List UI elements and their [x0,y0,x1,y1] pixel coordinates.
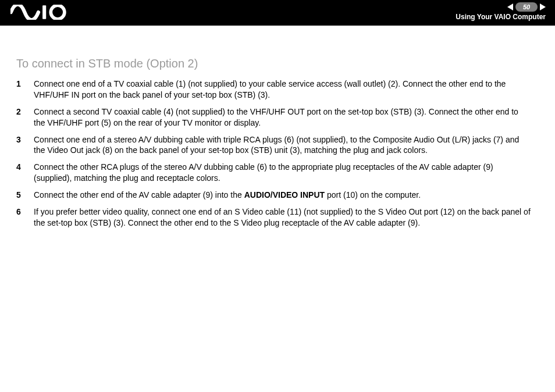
page-body: To connect in STB mode (Option 2) Connec… [0,26,555,234]
step-item: If you prefer better video quality, conn… [16,206,532,234]
step-item: Connect the other RCA plugs of the stere… [16,162,532,190]
step-item: Connect one end of a stereo A/V dubbing … [16,134,532,162]
step-text: Connect one end of a TV coaxial cable (1… [34,79,506,99]
vaio-logo [10,5,66,20]
step-text-bold: AUDIO/VIDEO INPUT [244,190,325,199]
page-navigator: 50 [507,2,546,12]
step-item: Connect a second TV coaxial cable (4) (n… [16,106,532,134]
step-text: Connect a second TV coaxial cable (4) (n… [34,107,518,127]
page-header: 50 Using Your VAIO Computer [0,0,555,26]
page-heading: To connect in STB mode (Option 2) [16,57,532,70]
step-text-post: port (10) on the computer. [325,190,421,199]
page-number-badge: 50 [515,2,538,12]
step-item: Connect the other end of the AV cable ad… [16,190,532,206]
next-page-icon[interactable] [540,3,546,10]
step-text: If you prefer better video quality, conn… [34,207,531,227]
svg-rect-0 [42,5,46,19]
prev-page-icon[interactable] [507,3,513,10]
svg-point-1 [51,5,65,19]
step-item: Connect one end of a TV coaxial cable (1… [16,79,532,106]
section-title: Using Your VAIO Computer [456,13,546,21]
step-text: Connect the other RCA plugs of the stere… [34,162,493,183]
step-text: Connect one end of a stereo A/V dubbing … [34,135,519,155]
step-list: Connect one end of a TV coaxial cable (1… [16,79,532,234]
step-text-pre: Connect the other end of the AV cable ad… [34,190,244,199]
